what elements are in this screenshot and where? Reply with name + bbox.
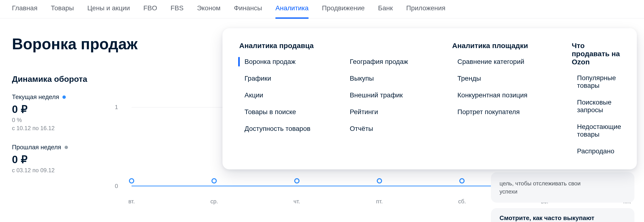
mega-item-competitive-position[interactable]: Конкурентная позиция (452, 92, 564, 99)
mega-item-sold-out[interactable]: Распродано (572, 147, 621, 155)
side-info-card: цель, чтобы отслеживать свои успехи (491, 172, 634, 202)
mega-item-reports[interactable]: Отчёты (344, 125, 445, 132)
legend-dot-icon (64, 146, 68, 149)
mega-col-seller-b: . География продаж Выкупы Внешний трафик… (344, 42, 445, 155)
mega-item-trends[interactable]: Тренды (452, 75, 564, 82)
mega-item-search-goods[interactable]: Товары в поиске (239, 108, 337, 116)
legend-previous: Прошлая неделя 0 ₽ с 03.12 по 09.12 (12, 144, 108, 174)
legend-current-text: Текущая неделя (12, 93, 59, 101)
legend-dot-icon (62, 96, 66, 99)
mega-heading-what-to-sell: Что продавать на Ozon (572, 42, 621, 66)
mega-item-compare-cats[interactable]: Сравнение категорий (452, 58, 564, 66)
mega-col-seller: Аналитика продавца Воронка продаж График… (239, 42, 337, 155)
mega-col-what-to-sell: Что продавать на Ozon Популярные товары … (572, 42, 621, 155)
mega-item-search-queries[interactable]: Поисковые запросы (572, 98, 621, 114)
y-tick-1: 1 (115, 104, 118, 110)
nav-item-analytics[interactable]: Аналитика (275, 4, 308, 13)
legend-current: Текущая неделя 0 ₽ 0 % с 10.12 по 16.12 (12, 93, 108, 132)
mega-col-market: Аналитика площадки Сравнение категорий Т… (452, 42, 564, 155)
x-lab: ср. (210, 198, 218, 205)
legend-column: Текущая неделя 0 ₽ 0 % с 10.12 по 16.12 … (12, 93, 108, 208)
analytics-mega-menu: Аналитика продавца Воронка продаж График… (222, 28, 637, 169)
mega-heading-seller: Аналитика продавца (239, 42, 337, 50)
nav-item-products[interactable]: Товары (51, 4, 74, 13)
nav-item-prices[interactable]: Цены и акции (87, 4, 130, 13)
side-card2-text: Смотрите, как часто выкупают (500, 214, 594, 222)
mega-item-geography[interactable]: География продаж (344, 58, 445, 66)
x-lab: чт. (294, 198, 300, 205)
nav-item-bank[interactable]: Банк (378, 4, 393, 13)
side-card-line1: цель, чтобы отслеживать свои (500, 180, 580, 186)
mega-item-external-traffic[interactable]: Внешний трафик (344, 92, 445, 99)
legend-previous-range: с 03.12 по 09.12 (12, 167, 108, 174)
mega-item-funnel[interactable]: Воронка продаж (239, 58, 337, 66)
mega-item-availability[interactable]: Доступность товаров (239, 125, 337, 132)
legend-current-value: 0 ₽ (12, 103, 108, 115)
mega-item-ratings[interactable]: Рейтинги (344, 108, 445, 116)
nav-item-fbo[interactable]: FBO (143, 4, 157, 13)
legend-previous-label: Прошлая неделя (12, 144, 108, 151)
legend-current-range: с 10.12 по 16.12 (12, 125, 108, 132)
nav-item-econom[interactable]: Эконом (197, 4, 220, 13)
nav-item-apps[interactable]: Приложения (406, 4, 446, 13)
side-card-line2: успехи (500, 188, 518, 195)
nav-item-main[interactable]: Главная (12, 4, 38, 13)
side-info-card-2: Смотрите, как часто выкупают (491, 208, 634, 222)
nav-item-fbs[interactable]: FBS (170, 4, 184, 13)
x-lab: вт. (128, 198, 135, 205)
mega-item-promotions[interactable]: Акции (239, 92, 337, 99)
mega-item-missing-goods[interactable]: Недостающие товары (572, 123, 621, 138)
nav-item-finance[interactable]: Финансы (234, 4, 262, 13)
mega-item-charts[interactable]: Графики (239, 75, 337, 82)
mega-item-buyouts[interactable]: Выкупы (344, 75, 445, 82)
x-lab: сб. (458, 198, 466, 205)
y-tick-0: 0 (115, 183, 118, 190)
legend-current-percent: 0 % (12, 117, 108, 124)
legend-previous-value: 0 ₽ (12, 153, 108, 166)
nav-item-promotion[interactable]: Продвижение (322, 4, 365, 13)
mega-item-popular-goods[interactable]: Популярные товары (572, 74, 621, 90)
x-lab: пт. (376, 198, 383, 205)
top-nav: Главная Товары Цены и акции FBO FBS Экон… (0, 0, 644, 18)
mega-heading-market: Аналитика площадки (452, 42, 564, 50)
legend-current-label: Текущая неделя (12, 93, 108, 101)
legend-previous-text: Прошлая неделя (12, 144, 61, 151)
mega-item-buyer-portrait[interactable]: Портрет покупателя (452, 108, 564, 116)
